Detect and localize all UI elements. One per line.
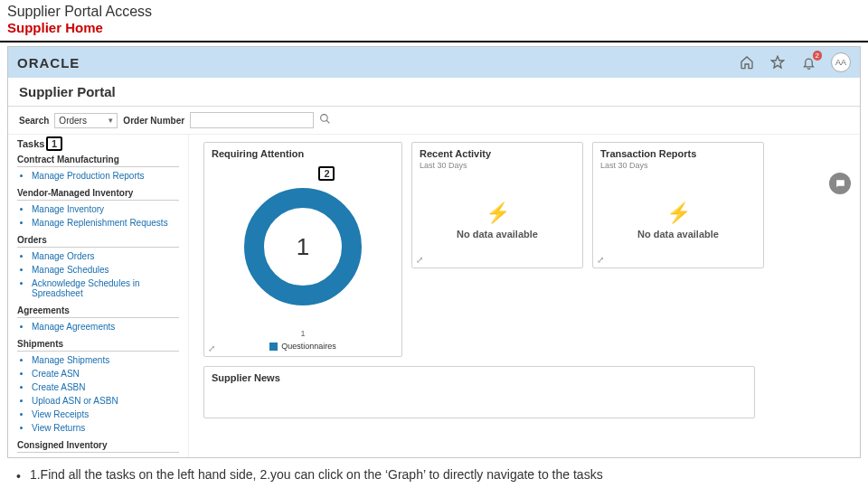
bolt-icon: ⚡ [486,202,510,225]
app-frame: ORACLE 2 AA Supplier Portal Search Order… [7,46,861,458]
supplier-news-card: Supplier News [203,366,755,418]
expand-icon[interactable]: ⤢ [416,255,423,265]
sidebar-task-link[interactable]: Manage Agreements [32,320,179,333]
search-category-select[interactable]: Orders [54,113,118,128]
search-label: Search [19,116,49,126]
chart-legend: Questionnaires [204,338,401,356]
slide-title: Supplier Portal Access [0,0,868,20]
sidebar-task-link[interactable]: Manage Production Reports [32,169,179,183]
tasks-heading-label: Tasks [17,138,44,149]
sidebar-section-heading: Orders [17,235,179,248]
transaction-reports-subtitle: Last 30 Days [593,161,763,174]
sidebar-task-link[interactable]: Manage Orders [32,249,179,263]
search-icon[interactable] [319,113,331,127]
page-title: Supplier Portal [8,78,860,107]
requiring-attention-title: Requiring Attention [204,143,401,161]
sidebar-task-link[interactable]: Create ASN [32,367,179,380]
sidebar-task-link[interactable]: Create ASBN [32,380,179,394]
expand-icon[interactable]: ⤢ [597,255,604,265]
attention-donut-chart[interactable]: 1 [244,188,362,305]
sidebar-task-link[interactable]: Manage Replenishment Requests [32,216,179,230]
svg-line-1 [326,120,329,123]
order-number-input[interactable] [190,112,314,128]
callout-marker-1: 1 [46,136,62,151]
instruction-text: 1.Find all the tasks on the left hand si… [30,467,603,482]
favorites-icon[interactable] [769,54,786,70]
sidebar-section-heading: Consigned Inventory [17,440,179,453]
transaction-reports-title: Transaction Reports [593,143,763,161]
legend-swatch-icon [269,343,278,351]
expand-icon[interactable]: ⤢ [208,343,215,353]
tasks-sidebar: Tasks 1 Contract ManufacturingManage Pro… [8,135,189,458]
home-icon[interactable] [739,54,755,70]
bolt-icon: ⚡ [666,202,691,225]
recent-activity-card: Recent Activity Last 30 Days ⚡ No data a… [411,142,583,268]
user-avatar[interactable]: AA [831,52,851,72]
supplier-news-title: Supplier News [204,367,754,385]
tasks-heading: Tasks 1 [17,138,179,149]
global-header: ORACLE 2 AA [8,47,860,78]
sidebar-section-heading: Agreements [17,305,179,318]
conversations-button[interactable] [829,173,851,194]
order-number-label: Order Number [123,116,184,126]
sidebar-task-link[interactable]: Acknowledge Schedules in Spreadsheet [32,277,179,300]
sidebar-task-link[interactable]: View Receipts [32,408,179,421]
notifications-icon[interactable]: 2 [800,54,816,70]
bullet-icon: • [16,467,21,485]
recent-activity-subtitle: Last 30 Days [412,161,582,174]
sidebar-task-link[interactable]: Manage Schedules [32,263,179,277]
sidebar-task-link[interactable]: View Returns [32,421,179,435]
slide-subtitle: Supplier Home [0,20,868,42]
sidebar-section-heading: Shipments [17,339,179,352]
svg-point-0 [321,115,328,122]
no-data-text: No data available [637,229,719,239]
recent-activity-title: Recent Activity [412,143,582,161]
requiring-attention-card: Requiring Attention 2 1 1 Questionnaires… [203,142,402,357]
transaction-reports-card: Transaction Reports Last 30 Days ⚡ No da… [592,142,764,268]
sidebar-task-link[interactable]: Upload ASN or ASBN [32,394,179,408]
instruction-footer: • 1.Find all the tasks on the left hand … [0,458,868,485]
notification-badge: 2 [813,51,822,61]
sidebar-task-link[interactable]: Manage Inventory [32,202,179,216]
no-data-text: No data available [457,229,538,239]
oracle-logo: ORACLE [17,55,80,70]
callout-marker-2: 2 [318,166,335,181]
sidebar-task-link[interactable]: Manage Shipments [32,353,179,367]
legend-label: Questionnaires [281,342,336,351]
search-bar: Search Orders Order Number [8,107,860,135]
sidebar-section-heading: Contract Manufacturing [17,155,179,167]
sidebar-section-heading: Vendor-Managed Inventory [17,188,179,201]
header-actions: 2 AA [739,52,851,72]
sidebar-task-link[interactable]: Review Consumption Advices [32,455,179,458]
dashboard-main: Requiring Attention 2 1 1 Questionnaires… [189,135,860,458]
